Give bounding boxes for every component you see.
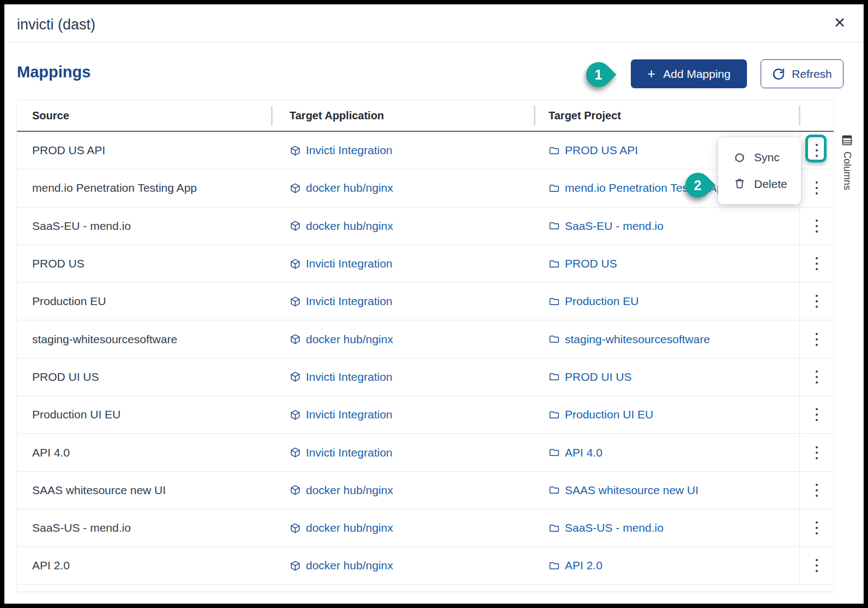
- target-project-link[interactable]: API 4.0: [548, 446, 799, 459]
- target-application-link[interactable]: docker hub/nginx: [290, 484, 534, 497]
- table-row: staging-whitesourcesoftware docker hub/n…: [17, 320, 834, 358]
- package-cube-icon: [290, 409, 301, 421]
- target-project-link[interactable]: staging-whitesourcesoftware: [548, 333, 799, 346]
- target-project-link[interactable]: Production UI EU: [548, 408, 799, 421]
- row-actions-kebab-icon[interactable]: [807, 402, 826, 427]
- row-actions-kebab-icon[interactable]: [807, 214, 826, 239]
- target-application-link[interactable]: Invicti Integration: [290, 295, 534, 308]
- menu-item-delete[interactable]: Delete: [718, 171, 801, 198]
- target-application-link[interactable]: Invicti Integration: [290, 370, 534, 384]
- plus-icon: +: [647, 66, 655, 81]
- target-project-link[interactable]: SAAS whitesource new UI: [548, 484, 799, 497]
- target-application-link[interactable]: Invicti Integration: [290, 257, 534, 270]
- target-application-cell: docker hub/nginx: [272, 181, 534, 194]
- target-application-cell: docker hub/nginx: [272, 333, 534, 346]
- target-project-label: SaaS-US - mend.io: [565, 521, 664, 534]
- row-actions-kebab-icon[interactable]: [807, 440, 826, 465]
- table-row: API 2.0 docker hub/nginx: [17, 547, 834, 585]
- target-application-label: docker hub/nginx: [306, 521, 393, 534]
- add-mapping-button[interactable]: + Add Mapping: [631, 59, 747, 88]
- target-project-cell: SaaS-US - mend.io: [534, 521, 799, 534]
- package-cube-icon: [290, 220, 301, 232]
- target-application-label: docker hub/nginx: [306, 484, 393, 497]
- column-header-target-project[interactable]: Target Project: [534, 110, 799, 122]
- target-application-label: docker hub/nginx: [306, 559, 393, 572]
- actions-cell: [799, 509, 834, 546]
- title-divider: [4, 42, 864, 42]
- source-label: SAAS whitesource new UI: [32, 484, 166, 496]
- actions-cell: [799, 169, 834, 206]
- target-project-link[interactable]: PROD US: [548, 257, 799, 270]
- row-actions-kebab-icon[interactable]: [807, 251, 826, 276]
- target-project-link[interactable]: Production EU: [548, 295, 799, 308]
- callout-teardrop: 1: [581, 57, 616, 92]
- target-application-link[interactable]: Invicti Integration: [290, 446, 534, 459]
- target-project-link[interactable]: API 2.0: [548, 559, 799, 572]
- target-project-label: SAAS whitesource new UI: [565, 484, 698, 497]
- target-project-link[interactable]: PROD UI US: [548, 370, 799, 384]
- folder-icon: [548, 333, 560, 345]
- close-icon[interactable]: ✕: [830, 13, 849, 33]
- columns-panel-toggle[interactable]: Columns: [839, 135, 855, 190]
- refresh-label: Refresh: [792, 68, 832, 81]
- target-application-cell: Invicti Integration: [272, 295, 534, 308]
- callout-number: 2: [694, 178, 702, 193]
- table-row: PROD UI US Invicti Integration: [17, 358, 834, 396]
- table-row: PROD US Invicti Integration: [17, 245, 834, 283]
- source-label: staging-whitesourcesoftware: [32, 333, 177, 345]
- target-application-link[interactable]: docker hub/nginx: [290, 521, 534, 534]
- target-project-cell: API 4.0: [534, 446, 799, 459]
- column-header-target-application[interactable]: Target Application: [272, 110, 534, 122]
- page-title: Mappings: [17, 63, 91, 81]
- refresh-button[interactable]: Refresh: [761, 59, 843, 88]
- source-cell: mend.io Penetration Testing App: [17, 181, 272, 194]
- target-application-link[interactable]: Invicti Integration: [290, 144, 534, 157]
- source-cell: PROD UI US: [17, 370, 272, 384]
- menu-item-sync[interactable]: Sync: [718, 144, 801, 171]
- row-actions-kebab-icon[interactable]: [807, 289, 826, 314]
- target-project-cell: PROD US: [534, 257, 799, 270]
- target-application-link[interactable]: docker hub/nginx: [290, 333, 534, 346]
- header-divider: [271, 106, 273, 125]
- target-application-label: docker hub/nginx: [306, 181, 393, 194]
- row-actions-kebab-icon[interactable]: [807, 364, 826, 390]
- target-application-link[interactable]: Invicti Integration: [290, 408, 534, 421]
- actions-cell: [799, 320, 834, 357]
- source-label: Production UI EU: [32, 408, 120, 421]
- target-application-cell: Invicti Integration: [272, 408, 534, 421]
- row-actions-kebab-icon[interactable]: [807, 553, 826, 578]
- row-actions-kebab-icon[interactable]: [807, 175, 826, 200]
- source-label: SaaS-US - mend.io: [32, 521, 131, 534]
- table-header-row: Source Target Application Target Project: [17, 100, 834, 132]
- source-label: SaaS-EU - mend.io: [32, 220, 131, 232]
- target-project-link[interactable]: SaaS-US - mend.io: [548, 521, 799, 534]
- folder-icon: [548, 484, 560, 496]
- callout-teardrop: 2: [680, 167, 715, 203]
- mappings-modal: invicti (dast) ✕ Mappings + Add Mapping …: [4, 4, 864, 604]
- row-actions-kebab-icon[interactable]: [807, 327, 826, 352]
- target-project-cell: Production EU: [534, 295, 799, 308]
- package-cube-icon: [290, 333, 301, 345]
- actions-cell: [799, 396, 834, 433]
- column-header-source[interactable]: Source: [17, 110, 272, 122]
- target-application-link[interactable]: docker hub/nginx: [290, 181, 534, 194]
- row-actions-kebab-icon[interactable]: [807, 478, 826, 503]
- row-actions-kebab-icon[interactable]: [807, 515, 826, 540]
- table-row: Production UI EU Invicti Integration: [17, 396, 834, 434]
- package-cube-icon: [290, 145, 301, 156]
- target-application-link[interactable]: docker hub/nginx: [290, 220, 534, 233]
- target-application-link[interactable]: docker hub/nginx: [290, 559, 534, 572]
- package-cube-icon: [290, 296, 301, 307]
- folder-icon: [548, 145, 560, 156]
- folder-icon: [548, 447, 560, 458]
- target-project-label: API 2.0: [565, 559, 602, 572]
- source-label: API 4.0: [32, 446, 70, 459]
- target-project-label: SaaS-EU - mend.io: [565, 220, 664, 233]
- mappings-table: Source Target Application Target Project…: [16, 100, 834, 592]
- actions-cell: [799, 434, 834, 471]
- source-label: PROD US: [32, 257, 85, 270]
- folder-icon: [548, 371, 560, 382]
- package-cube-icon: [290, 183, 301, 194]
- target-project-link[interactable]: SaaS-EU - mend.io: [548, 220, 799, 233]
- target-application-label: Invicti Integration: [306, 295, 393, 308]
